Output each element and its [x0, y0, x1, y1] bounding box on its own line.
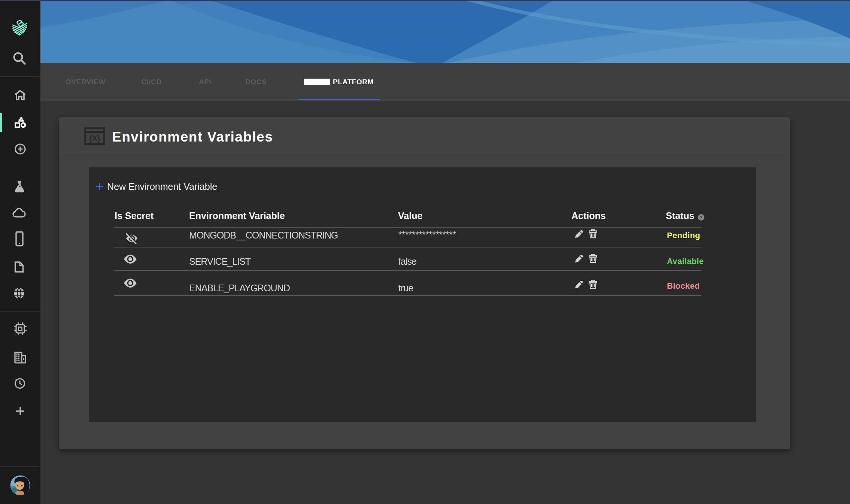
svg-text:{X}: {X} [89, 134, 100, 143]
svg-text:?: ? [700, 215, 702, 220]
